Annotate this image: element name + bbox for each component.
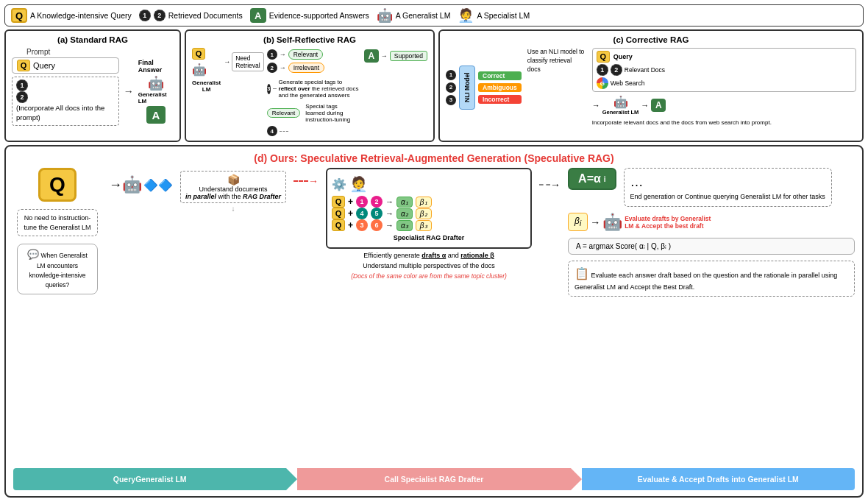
panel-b-flow: Q 🤖 Generalist LM → Need Retrieval 1→Rel… xyxy=(192,48,427,136)
top-panels: (a) Standard RAG Prompt Q Query 1 2 (Inc… xyxy=(4,29,864,142)
drafts-note: Efficiently generate drafts α and ration… xyxy=(326,252,532,259)
robot-b-icon: 🤖 xyxy=(192,63,207,77)
understand-section: 📦 Understand documents in parallel with … xyxy=(180,168,286,213)
cluster-note: (Docs of the same color are from the sam… xyxy=(326,272,532,280)
bottom-right: A=αi … End generation or Continue queryi… xyxy=(568,168,855,297)
query-label: Query xyxy=(33,61,55,70)
beta-i-box: βi xyxy=(568,213,588,230)
pb-right-col: A → Supported xyxy=(364,49,427,63)
a-icon: A xyxy=(250,8,266,23)
incorrect-box: Incorrect xyxy=(478,95,522,104)
prompt-label: Prompt xyxy=(26,48,174,56)
d-title-red: Speculative Retrieval-Augmented Generati… xyxy=(300,152,613,164)
bottom-content: Q No need to instruction-tune the Genera… xyxy=(13,168,855,464)
panel-d-title: (d) Ours: Speculative Retrieval-Augmente… xyxy=(13,152,855,164)
irrelevant-tag: Irrelevant xyxy=(288,63,324,73)
pc-right: Q Query 1 2 Relevant Docs G Web Search xyxy=(592,48,856,127)
generalist-lm-label: Generalist LM xyxy=(138,91,174,105)
understand-box: 📦 Understand documents in parallel with … xyxy=(180,171,286,203)
evaluate-detail: 📋 Evaluate each answer draft based on th… xyxy=(568,261,855,297)
red-arrow xyxy=(294,180,308,182)
nli-nums: 1 2 3 xyxy=(446,70,456,105)
supported-box: Supported xyxy=(390,51,427,61)
d-title-black: (d) Ours: xyxy=(254,152,300,164)
robot-icon-a: 🤖 xyxy=(148,75,164,91)
google-icon: G xyxy=(597,77,608,89)
perspective-note: Understand multiple perspectives of the … xyxy=(326,262,532,269)
arrow-teal xyxy=(286,468,297,490)
generalist-lm-b: Generalist LM xyxy=(192,79,221,93)
query-box: Q Query xyxy=(12,57,119,74)
no-tune-box: No need to instruction-tune the Generali… xyxy=(17,209,98,236)
beta-2: β₂ xyxy=(416,208,432,219)
specialist-icon: 🧑‍💼 xyxy=(458,7,474,24)
final-a-box: A=αi xyxy=(568,168,616,190)
big-q: Q xyxy=(38,168,77,202)
a-box-c: A xyxy=(651,99,666,112)
panel-a-title: (a) Standard RAG xyxy=(12,35,174,44)
robot-generalist-icon: 🤖 xyxy=(377,7,393,24)
alpha-2: α₂ xyxy=(396,208,413,219)
legend-q: Q A Knowledge-intensive Query xyxy=(11,8,132,23)
ambiguous-box: Ambiguous xyxy=(478,83,522,92)
final-answer-label: Final Answer xyxy=(138,59,174,74)
docs-desc: Retrieved Documents xyxy=(168,11,243,20)
argmax-box: A = argmax Score( αᵢ | Q, βᵢ ) xyxy=(568,238,855,255)
beta-1: β₁ xyxy=(416,197,432,208)
a-box-b: A xyxy=(364,49,379,63)
q-arrow: → 🤖 🔷🔷 xyxy=(109,168,173,194)
query-bubble: 💬 When Generalist LM encounters knowledg… xyxy=(17,244,98,294)
nli-model-section: NLI Model xyxy=(459,66,475,110)
generalist-desc: A Generalist LM xyxy=(396,11,451,20)
web-search-c: Web Search xyxy=(611,79,645,87)
nli-section: 1 2 3 NLI Model Correct Ambiguous Incorr… xyxy=(446,48,522,127)
bottom-middle: ⚙️ 🧑‍💼 Q + 1 2 → α₁ β₁ Q xyxy=(326,168,532,280)
panel-a-content: Q Query 1 2 (Incorporate All docs into t… xyxy=(12,57,174,126)
panel-c: (c) Corrective RAG 1 2 3 NLI Model Corre… xyxy=(438,29,864,142)
alpha-1: α₁ xyxy=(396,197,413,208)
specialist-to-right-arrow: → xyxy=(539,168,561,191)
arrow-icon: → xyxy=(124,85,134,97)
specialist-label: Specialist RAG Drafter xyxy=(332,234,526,241)
arrow-salmon xyxy=(571,468,582,490)
correct-box: Correct xyxy=(478,71,522,80)
list-icon: 📋 xyxy=(574,267,589,280)
beta-evaluate-row: βi → 🤖 Evaluate drafts by Generalist LM … xyxy=(568,213,855,232)
robot-evaluate-icon: 🤖 xyxy=(602,213,622,232)
legend-row: Q A Knowledge-intensive Query 1 2 Retrie… xyxy=(4,4,864,26)
dashed-connector xyxy=(539,184,550,185)
relevant-tag-1: Relevant xyxy=(288,49,324,60)
a-desc: Evidence-supported Answers xyxy=(269,11,369,20)
panel-a-left: Q Query 1 2 (Incorporate All docs into t… xyxy=(12,57,119,126)
robot-d-main: 🤖 xyxy=(122,175,142,194)
to-specialist-arrow: → xyxy=(294,168,319,187)
specialist-header: ⚙️ 🧑‍💼 xyxy=(332,175,526,193)
generalist-robot: 🤖 Generalist LM xyxy=(138,75,174,105)
top-right: A=αi … End generation or Continue queryi… xyxy=(568,168,855,207)
specialist-box: ⚙️ 🧑‍💼 Q + 1 2 → α₁ β₁ Q xyxy=(326,168,532,249)
panel-d: (d) Ours: Speculative Retrieval-Augmente… xyxy=(4,145,864,498)
specialist-desc: A Specialist LM xyxy=(477,11,530,20)
final-answer-section: Final Answer 🤖 Generalist LM A xyxy=(138,59,174,124)
query-c: Query xyxy=(613,53,633,60)
specialist-person-icon: 🧑‍💼 xyxy=(349,175,368,193)
pb-need-retrieval: → Need Retrieval xyxy=(224,52,264,71)
nli-model-box: NLI Model xyxy=(459,66,475,110)
q-icon: Q xyxy=(11,8,27,23)
evaluate-label: Evaluate drafts by Generalist LM & Accep… xyxy=(625,215,713,230)
relevant-docs-c: Relevant Docs xyxy=(625,66,665,74)
docs-text: (Incorporate All docs into the prompt) xyxy=(16,104,104,121)
footer: Query Generalist LM Call Specialist RAG … xyxy=(13,468,855,490)
draft-row-3: Q + 3 6 → α₃ β₃ xyxy=(332,219,526,231)
legend-docs: 1 2 Retrieved Documents xyxy=(139,10,243,21)
generalist-c: 🤖 Generalist LM xyxy=(602,95,639,116)
continue-box: … End generation or Continue querying Ge… xyxy=(624,168,832,207)
pc-right-box: Q Query 1 2 Relevant Docs G Web Search xyxy=(592,48,856,92)
pb-left-col: Q 🤖 Generalist LM xyxy=(192,48,221,93)
footer-right: Evaluate & Accept Drafts into Generalist… xyxy=(582,468,855,490)
legend-a: A Evidence-supported Answers xyxy=(250,8,369,23)
legend-specialist: 🧑‍💼 A Specialist LM xyxy=(458,7,530,24)
footer-left: Query Generalist LM xyxy=(13,468,286,490)
panel-b: (b) Self-Reflective RAG Q 🤖 Generalist L… xyxy=(185,29,435,142)
a-answer-box: A xyxy=(146,106,166,124)
